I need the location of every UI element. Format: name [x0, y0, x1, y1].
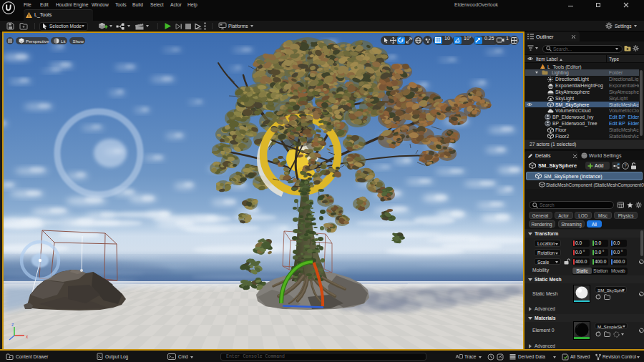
- svg-text:z: z: [11, 322, 14, 327]
- svg-text:?: ?: [624, 163, 627, 168]
